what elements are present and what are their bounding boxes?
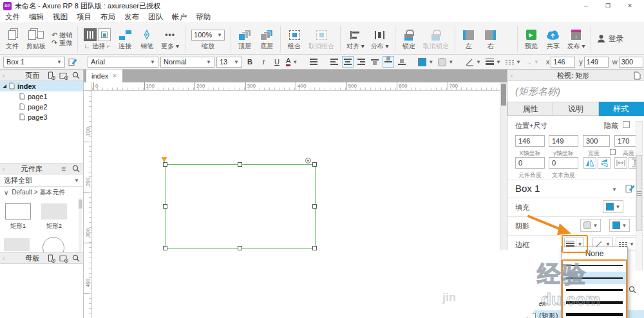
zoom-select[interactable]: 100%▼: [191, 30, 225, 41]
align-button[interactable]: 对齐 ▾: [343, 23, 368, 54]
font-weight-select[interactable]: Normal▼: [160, 57, 214, 68]
select-intersected-mode-button[interactable]: [84, 28, 97, 41]
collapse-panel-icon[interactable]: ‹: [511, 72, 513, 79]
fill-color-button[interactable]: ▼: [417, 58, 435, 66]
selection-handle[interactable]: [312, 246, 317, 250]
border-width-option-3px[interactable]: [562, 284, 627, 296]
tab-样式[interactable]: 样式: [599, 102, 644, 116]
clipboard-tools-button[interactable]: 剪贴板: [23, 23, 49, 54]
close-button[interactable]: ✕: [619, 3, 641, 9]
border-width-option-4px[interactable]: [562, 296, 627, 308]
hide-checkbox[interactable]: [623, 121, 630, 128]
font-family-select[interactable]: Arial▼: [88, 57, 158, 68]
widget-thumb-partial-rect[interactable]: [4, 238, 30, 251]
undo-button[interactable]: ↶ 撤销: [52, 32, 72, 39]
align-right-button[interactable]: [355, 56, 367, 68]
border-width-option-1px[interactable]: [562, 259, 627, 272]
menu-item-文件[interactable]: 文件: [5, 12, 20, 22]
flip-horizontal-button[interactable]: [583, 157, 596, 169]
more-tools-button[interactable]: ••• 更多 ▾: [158, 23, 182, 54]
fit-width-button[interactable]: [614, 157, 627, 169]
widget-item-矩形1[interactable]: 矩形1: [1, 203, 35, 230]
selection-handle[interactable]: [163, 162, 167, 167]
tab-index[interactable]: index ✕: [86, 70, 122, 82]
y-input[interactable]: [584, 57, 609, 68]
group-button[interactable]: 组合: [283, 23, 305, 54]
collapse-panel-icon[interactable]: ‹: [3, 255, 5, 262]
text-rotation-input[interactable]: [549, 157, 578, 169]
menu-item-帮助[interactable]: 帮助: [196, 12, 211, 22]
close-tab-icon[interactable]: ✕: [112, 73, 117, 79]
send-to-back-button[interactable]: 底层: [256, 23, 278, 54]
publish-button[interactable]: ↓ 发布 ▾: [564, 23, 589, 54]
pen-tool-button[interactable]: 钢笔: [136, 23, 158, 54]
redo-button[interactable]: ↷ 重做: [52, 39, 72, 46]
collapse-panel-icon[interactable]: ‹: [3, 72, 5, 79]
y-coordinate-input[interactable]: [549, 135, 578, 147]
canvas-v-scrollbar[interactable]: [500, 82, 507, 318]
widget-item-矩形2[interactable]: 矩形2: [37, 203, 71, 230]
widget-style-select[interactable]: Box 1▼: [3, 57, 65, 68]
widget-section-header[interactable]: ∨ Default > 基本元件: [0, 187, 83, 198]
widgets-menu-button[interactable]: ≡: [59, 164, 68, 174]
lock-button[interactable]: 锁定: [398, 23, 420, 54]
menu-item-视图[interactable]: 视图: [53, 12, 68, 22]
selection-handle[interactable]: [163, 204, 167, 209]
x-input[interactable]: [551, 57, 575, 68]
search-pages-button[interactable]: [71, 71, 80, 80]
page-item-page2[interactable]: page2: [0, 102, 83, 112]
scrollbar-thumb[interactable]: [636, 155, 642, 231]
selection-handle[interactable]: [163, 246, 167, 250]
edit-style-button[interactable]: [625, 183, 635, 194]
selection-handle[interactable]: [312, 162, 317, 167]
scrollbar-thumb[interactable]: [501, 84, 506, 106]
border-width-option-5px[interactable]: [562, 308, 627, 318]
italic-button[interactable]: I: [258, 56, 269, 68]
font-color-button[interactable]: A ▼: [285, 57, 299, 66]
widgets-scrollbar[interactable]: [79, 198, 82, 252]
tab-属性[interactable]: 属性: [507, 102, 553, 116]
page-item-page3[interactable]: page3: [0, 112, 83, 122]
widget-name-field[interactable]: (矩形名称): [507, 81, 644, 102]
inspector-scrollbar[interactable]: [636, 121, 643, 270]
restore-button[interactable]: ❐: [597, 3, 619, 9]
selection-handle[interactable]: [238, 162, 242, 167]
line-color-button[interactable]: ▼: [464, 58, 482, 66]
align-bottom-button[interactable]: [396, 56, 408, 68]
selection-handle[interactable]: [312, 204, 317, 209]
chevron-down-icon[interactable]: ▼: [612, 187, 617, 192]
inner-shadow-button[interactable]: ▼: [609, 219, 630, 232]
flip-vertical-button[interactable]: [598, 157, 611, 169]
menu-item-项目[interactable]: 项目: [77, 12, 91, 22]
page-item-index[interactable]: index: [0, 81, 83, 91]
add-master-folder-button[interactable]: [59, 254, 68, 263]
w-input[interactable]: [619, 57, 643, 68]
expand-arrow-icon[interactable]: [3, 84, 6, 88]
align-center-button[interactable]: [342, 56, 354, 68]
menu-item-帐户[interactable]: 帐户: [172, 12, 187, 22]
canvas[interactable]: [92, 91, 500, 318]
menu-item-布局[interactable]: 布局: [100, 12, 115, 22]
align-top-button[interactable]: [369, 56, 381, 68]
add-folder-button[interactable]: [59, 71, 68, 80]
file-tools-button[interactable]: 文件: [1, 23, 23, 54]
applied-style-name[interactable]: Box 1: [515, 183, 540, 194]
search-widgets-button[interactable]: [71, 164, 80, 174]
distribute-button[interactable]: 分布 ▾: [368, 23, 392, 54]
x-coordinate-input[interactable]: [515, 135, 545, 147]
toggle-left-panel-button[interactable]: 左: [458, 23, 480, 54]
border-width-option-2px[interactable]: [562, 272, 627, 284]
select-contained-mode-button[interactable]: [98, 28, 111, 41]
add-master-button[interactable]: [46, 254, 56, 263]
selection-rect[interactable]: [165, 164, 316, 249]
selection-handle[interactable]: [238, 246, 242, 250]
update-style-button[interactable]: [67, 56, 79, 68]
login-button[interactable]: 登录: [594, 23, 627, 54]
line-spacing-button[interactable]: [308, 56, 319, 68]
background-color-button[interactable]: ▼: [437, 58, 455, 66]
collapse-panel-icon[interactable]: ‹: [3, 165, 5, 173]
search-outline-button[interactable]: [629, 286, 636, 295]
line-style-button[interactable]: ▼: [504, 59, 522, 65]
toggle-right-panel-button[interactable]: 右: [480, 23, 502, 54]
widget-thumb-partial-ellipse[interactable]: [43, 237, 64, 252]
